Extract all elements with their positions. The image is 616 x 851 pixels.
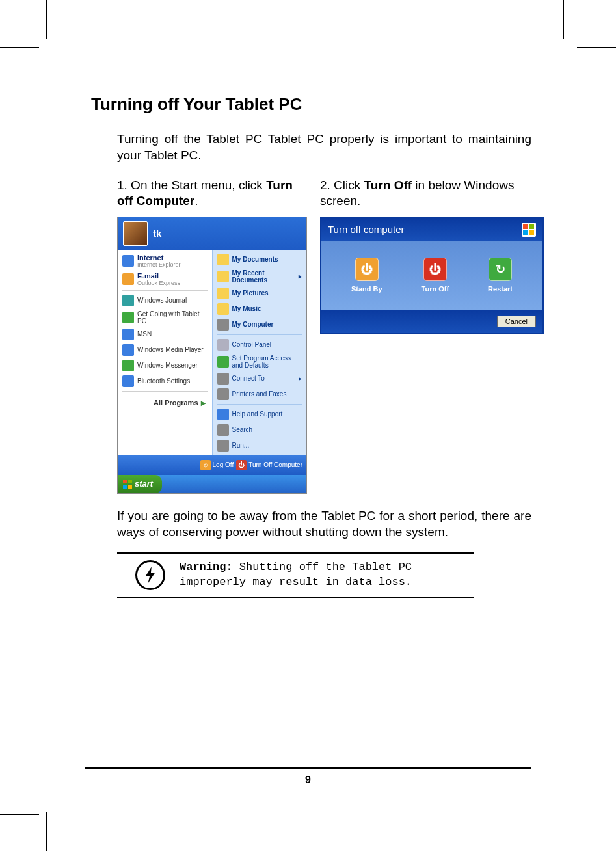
menu-item[interactable]: Windows Messenger bbox=[118, 358, 212, 373]
svg-rect-1 bbox=[128, 480, 132, 483]
menu-item[interactable]: Printers and Faxes bbox=[213, 386, 307, 402]
menu-item[interactable]: Bluetooth Settings bbox=[118, 373, 212, 389]
menu-item-internet[interactable]: InternetInternet Explorer bbox=[118, 252, 212, 270]
menu-item[interactable]: My Music bbox=[213, 301, 307, 317]
standby-icon: ⏻ bbox=[355, 258, 379, 281]
turnoff-option[interactable]: ⏻ Turn Off bbox=[422, 258, 449, 293]
turnoff-icon: ⏻ bbox=[423, 258, 447, 281]
logoff-button[interactable]: ⎋Log Off bbox=[200, 460, 234, 470]
messenger-icon bbox=[122, 360, 134, 371]
arrow-icon: ▸ bbox=[299, 273, 302, 280]
page-number: 9 bbox=[305, 774, 311, 785]
warning-label: Warning: bbox=[180, 561, 233, 573]
menu-item[interactable]: Connect To▸ bbox=[213, 371, 307, 386]
folder-icon bbox=[217, 271, 229, 282]
folder-icon bbox=[217, 254, 229, 265]
restart-option[interactable]: ↻ Restart bbox=[488, 258, 513, 293]
wmp-icon bbox=[122, 344, 134, 356]
program-access-icon bbox=[217, 356, 229, 368]
connect-icon bbox=[217, 373, 229, 385]
help-icon bbox=[217, 409, 229, 420]
standby-option[interactable]: ⏻ Stand By bbox=[351, 258, 382, 293]
email-icon bbox=[122, 273, 134, 285]
arrow-icon: ▸ bbox=[201, 398, 206, 408]
logoff-icon: ⎋ bbox=[200, 460, 211, 470]
ie-icon bbox=[122, 255, 134, 267]
folder-icon bbox=[217, 288, 229, 299]
menu-item[interactable]: Control Panel bbox=[213, 337, 307, 353]
control-panel-icon bbox=[217, 339, 229, 351]
power-icon: ⏻ bbox=[236, 460, 247, 470]
menu-item[interactable]: My Computer bbox=[213, 317, 307, 332]
avatar bbox=[123, 221, 148, 246]
page-footer: 9 bbox=[85, 767, 531, 786]
start-menu-screenshot: tk InternetInternet Explorer E-mailOutlo… bbox=[117, 217, 307, 494]
menu-item[interactable]: Get Going with Tablet PC bbox=[118, 308, 212, 327]
section-heading: Turning off Your Tablet PC bbox=[91, 94, 531, 115]
warning-bolt-icon bbox=[135, 560, 165, 590]
menu-item[interactable]: Help and Support bbox=[213, 407, 307, 422]
start-menu-userbar: tk bbox=[118, 217, 306, 250]
bluetooth-icon bbox=[122, 375, 134, 387]
folder-icon bbox=[217, 303, 229, 315]
intro-paragraph: Turning off the Tablet PC Tablet PC prop… bbox=[117, 131, 531, 163]
warning-box: Warning: Shutting off the Tablet PC impr… bbox=[117, 554, 474, 597]
cancel-button[interactable]: Cancel bbox=[497, 316, 536, 327]
turnoff-computer-button[interactable]: ⏻Turn Off Computer bbox=[236, 460, 302, 470]
journal-icon bbox=[122, 295, 134, 306]
svg-rect-2 bbox=[123, 485, 127, 489]
svg-rect-0 bbox=[123, 480, 127, 483]
username: tk bbox=[153, 228, 161, 239]
menu-item[interactable]: My Recent Documents▸ bbox=[213, 267, 307, 286]
menu-item[interactable]: Set Program Access and Defaults bbox=[213, 353, 307, 371]
msn-icon bbox=[122, 329, 134, 340]
dialog-titlebar: Turn off computer bbox=[321, 218, 542, 241]
menu-item[interactable]: My Documents bbox=[213, 252, 307, 267]
menu-item[interactable]: Windows Media Player bbox=[118, 342, 212, 358]
run-icon bbox=[217, 440, 229, 452]
start-button[interactable]: start bbox=[118, 475, 162, 493]
menu-item[interactable]: Search bbox=[213, 422, 307, 438]
menu-item[interactable]: My Pictures bbox=[213, 286, 307, 301]
menu-item-email[interactable]: E-mailOutlook Express bbox=[118, 270, 212, 288]
step-1-text: 1. On the Start menu, click Turn off Com… bbox=[117, 178, 307, 209]
dialog-title: Turn off computer bbox=[328, 224, 405, 235]
arrow-icon: ▸ bbox=[299, 375, 302, 382]
menu-item[interactable]: Windows Journal bbox=[118, 293, 212, 308]
menu-item[interactable]: MSN bbox=[118, 327, 212, 342]
restart-icon: ↻ bbox=[489, 258, 512, 281]
computer-icon bbox=[217, 319, 229, 331]
windows-flag-icon bbox=[123, 480, 132, 489]
windows-flag-icon bbox=[522, 223, 536, 237]
menu-item[interactable]: Run... bbox=[213, 438, 307, 453]
svg-rect-3 bbox=[128, 485, 132, 489]
step-2-text: 2. Click Turn Off in below Windows scree… bbox=[320, 178, 544, 209]
tabletpc-icon bbox=[122, 312, 134, 323]
turn-off-dialog: Turn off computer ⏻ Stand By ⏻ Turn Off bbox=[320, 217, 544, 334]
search-icon bbox=[217, 424, 229, 436]
after-paragraph: If you are going to be away from the Tab… bbox=[117, 508, 531, 540]
all-programs[interactable]: All Programs▸ bbox=[118, 394, 212, 412]
printer-icon bbox=[217, 388, 229, 400]
